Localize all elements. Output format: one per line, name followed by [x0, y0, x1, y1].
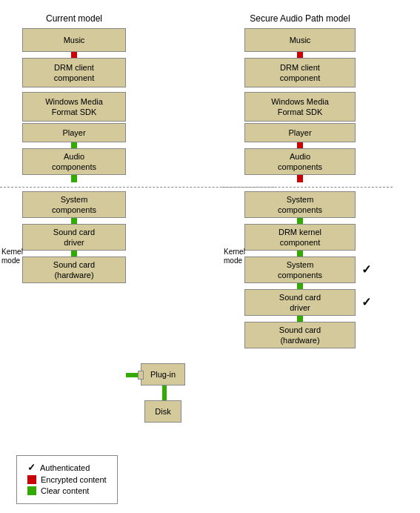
connector-green-1l	[71, 142, 77, 148]
system2-box-right: Systemcomponents ✓	[244, 256, 356, 283]
legend: ✓ Authenticated Encrypted content Clear …	[16, 455, 118, 504]
system-box-right: Systemcomponents	[244, 191, 356, 218]
music-box-left: Music	[22, 28, 126, 52]
system-box-left: Systemcomponents	[22, 191, 126, 218]
connector-green-2l	[71, 175, 77, 182]
legend-encrypted: Encrypted content	[27, 475, 107, 484]
connector-green-2r	[297, 251, 303, 256]
right-column: Secure Audio Path model Music DRM client…	[244, 13, 356, 348]
connector-red-1r	[297, 52, 303, 58]
connector-red-1l	[71, 52, 77, 58]
player-box-right: Player	[244, 123, 356, 142]
legend-authenticated: ✓ Authenticated	[27, 462, 107, 473]
disk-box: Disk	[144, 400, 181, 423]
right-header: Secure Audio Path model	[244, 13, 356, 24]
connector-green-1r	[297, 218, 303, 224]
plugin-box: Plug-in	[141, 363, 185, 385]
wmf-box-right: Windows MediaFormat SDK	[244, 92, 356, 122]
connector-green-3r	[297, 283, 303, 289]
player-box-left: Player	[22, 123, 126, 142]
connector-green-4l	[71, 251, 77, 256]
left-header: Current model	[22, 13, 126, 24]
disk-connector	[162, 385, 167, 400]
wmf-box-left: Windows MediaFormat SDK	[22, 92, 126, 122]
sounddrv-box-right: Sound carddriver ✓	[244, 289, 356, 316]
red-color-icon	[27, 475, 36, 484]
connector-red-3r	[297, 175, 303, 182]
audio-box-right: Audiocomponents	[244, 148, 356, 175]
left-column: Current model Music DRM clientcomponent …	[22, 13, 126, 283]
legend-clear: Clear content	[27, 486, 107, 495]
kernel-label-right: Kernelmode	[224, 248, 243, 265]
check-icon: ✓	[27, 462, 36, 473]
connector-green-4r	[297, 316, 303, 322]
drm-box-right: DRM clientcomponent	[244, 58, 356, 87]
kernel-label-left: Kernelmode	[1, 248, 21, 265]
audio-box-left: Audiocomponents	[22, 148, 126, 175]
music-box-right: Music	[244, 28, 356, 52]
drmkernel-box-right: DRM kernelcomponent	[244, 224, 356, 251]
soundhw-box-right: Sound card(hardware)	[244, 322, 356, 348]
connector-green-3l	[71, 218, 77, 224]
sounddrv-box-left: Sound carddriver	[22, 224, 126, 251]
green-color-icon	[27, 486, 36, 495]
connector-red-2r	[297, 142, 303, 148]
soundhw-box-left: Sound card(hardware)	[22, 256, 126, 283]
drm-box-left: DRM clientcomponent	[22, 58, 126, 87]
